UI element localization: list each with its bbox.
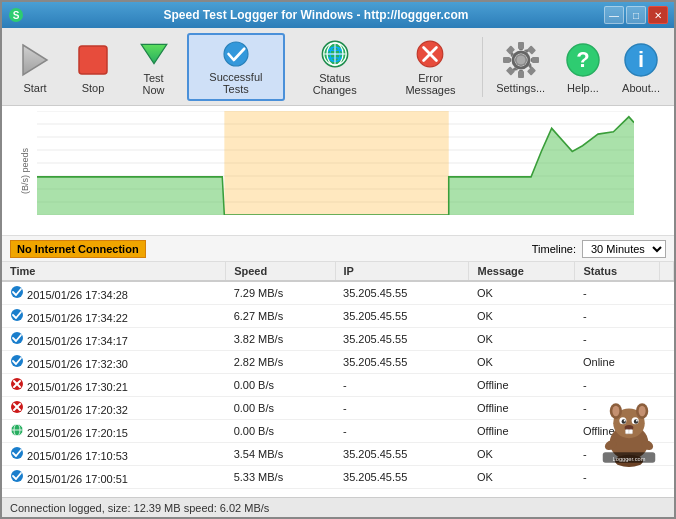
cell-ip: 35.205.45.55 [335,305,469,328]
cell-time: 2015/01/26 17:34:22 [2,305,226,328]
check-icon [10,354,24,368]
cell-time: 2015/01/26 17:20:15 [2,420,226,443]
cell-time: 2015/01/26 17:30:21 [2,374,226,397]
col-ip: IP [335,262,469,281]
settings-button[interactable]: Settings... [489,33,552,101]
start-button[interactable]: Start [8,33,62,101]
cell-speed: 6.27 MB/s [226,305,335,328]
about-button[interactable]: i About... [614,33,668,101]
cell-ip: 35.205.45.55 [335,328,469,351]
table-row: 2015/01/26 17:10:53 3.54 MB/s 35.205.45.… [2,443,674,466]
cell-message: Offline [469,420,575,443]
maximize-button[interactable]: □ [626,6,646,24]
error-messages-button[interactable]: Error Messages [385,33,476,101]
timeline-select[interactable]: 30 Minutes 1 Hour 2 Hours 6 Hours 12 Hou… [582,240,666,258]
start-label: Start [23,82,46,94]
data-table: Time Speed IP Message Status 2015/01/26 … [2,262,674,489]
cell-ip: - [335,374,469,397]
cell-status: - [575,305,660,328]
stop-label: Stop [82,82,105,94]
chart-area: (B/s) peeds 8 7 6 5 4 3 2 1 [2,106,674,236]
cell-time: 2015/01/26 17:34:28 [2,281,226,305]
title-bar: S Speed Test Loggger for Windows - http:… [2,2,674,28]
cell-speed: 5.33 MB/s [226,466,335,489]
svg-rect-24 [506,66,515,75]
chart-y-label: (B/s) peeds [20,147,30,193]
svg-rect-20 [503,57,510,63]
content-area: (B/s) peeds 8 7 6 5 4 3 2 1 [2,106,674,517]
table-row: 2015/01/26 17:20:15 0.00 B/s - Offline O… [2,420,674,443]
cell-ip: 35.205.45.55 [335,281,469,305]
successful-tests-icon [216,39,256,69]
cell-speed: 3.54 MB/s [226,443,335,466]
col-message: Message [469,262,575,281]
svg-rect-49 [224,111,448,215]
col-time: Time [2,262,226,281]
cell-status: - [575,397,660,420]
help-button[interactable]: ? Help... [556,33,610,101]
about-icon: i [621,40,661,80]
cell-ip: 35.205.45.55 [335,443,469,466]
start-icon [15,40,55,80]
toolbar: Start Stop Test Now Successful Tests [2,28,674,106]
svg-rect-23 [527,66,536,75]
check-icon [10,331,24,345]
table-row: 2015/01/26 17:00:51 5.33 MB/s 35.205.45.… [2,466,674,489]
check-icon [10,446,24,460]
table-header-row: Time Speed IP Message Status [2,262,674,281]
error-messages-label: Error Messages [392,72,469,96]
status-changes-button[interactable]: 🌐 Status Changes [289,33,381,101]
table-row: 2015/01/26 17:34:22 6.27 MB/s 35.205.45.… [2,305,674,328]
globe-icon [10,423,24,437]
test-now-button[interactable]: Test Now [124,33,183,101]
status-text: Connection logged, size: 12.39 MB speed:… [10,502,269,514]
status-changes-icon: 🌐 [315,38,355,70]
statusbar-bottom: Connection logged, size: 12.39 MB speed:… [2,497,674,517]
cell-time: 2015/01/26 17:32:30 [2,351,226,374]
svg-text:?: ? [576,47,589,72]
stop-button[interactable]: Stop [66,33,120,101]
cell-message: OK [469,281,575,305]
status-changes-label: Status Changes [296,72,374,96]
cell-time: 2015/01/26 17:10:53 [2,443,226,466]
window-title: Speed Test Loggger for Windows - http://… [28,8,604,22]
cell-ip: - [335,420,469,443]
window-controls: — □ ✕ [604,6,668,24]
cell-speed: 3.82 MB/s [226,328,335,351]
cell-message: OK [469,466,575,489]
stop-icon [73,40,113,80]
app-icon: S [8,7,24,23]
cell-message: OK [469,443,575,466]
cell-time: 2015/01/26 17:34:17 [2,328,226,351]
settings-label: Settings... [496,82,545,94]
table-container[interactable]: Time Speed IP Message Status 2015/01/26 … [2,262,674,497]
about-label: About... [622,82,660,94]
minimize-button[interactable]: — [604,6,624,24]
cell-status: Online [575,351,660,374]
svg-rect-25 [527,45,536,54]
svg-rect-22 [506,45,515,54]
cell-speed: 0.00 B/s [226,397,335,420]
cell-message: OK [469,328,575,351]
svg-marker-4 [141,44,167,63]
close-button[interactable]: ✕ [648,6,668,24]
timeline-control: Timeline: 30 Minutes 1 Hour 2 Hours 6 Ho… [532,240,666,258]
no-internet-badge: No Internet Connection [10,240,146,258]
help-label: Help... [567,82,599,94]
svg-rect-3 [79,46,107,74]
x-icon [10,377,24,391]
cell-message: Offline [469,374,575,397]
successful-tests-button[interactable]: Successful Tests [187,33,285,101]
cell-speed: 2.82 MB/s [226,351,335,374]
svg-marker-2 [23,45,47,75]
help-icon: ? [563,40,603,80]
svg-text:S: S [13,10,20,21]
x-icon [10,400,24,414]
check-icon [10,469,24,483]
check-icon [10,285,24,299]
cell-time: 2015/01/26 17:20:32 [2,397,226,420]
table-row: 2015/01/26 17:20:32 0.00 B/s - Offline - [2,397,674,420]
cell-status: - [575,443,660,466]
cell-time: 2015/01/26 17:00:51 [2,466,226,489]
error-messages-icon [410,38,450,70]
